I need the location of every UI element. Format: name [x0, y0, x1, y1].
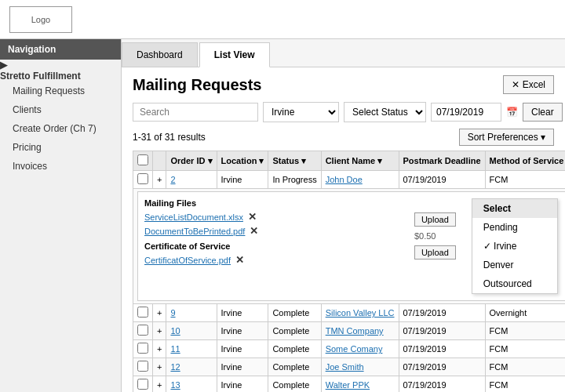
sidebar-header: Navigation — [0, 39, 121, 60]
col-postmark[interactable]: Postmark Deadline — [399, 151, 485, 171]
file-row: DocumentToBePrinted.pdf ✕ — [144, 225, 399, 237]
upload-buttons: Upload $0.50 Upload — [414, 198, 456, 294]
row-checkbox[interactable] — [137, 361, 148, 372]
logo: Logo — [9, 6, 72, 33]
table-body: + 2 Irvine In Progress John Doe 07/19/20… — [133, 171, 566, 393]
file-remove-btn[interactable]: ✕ — [250, 225, 258, 237]
row-method: FCM — [485, 171, 565, 189]
date-input[interactable] — [431, 103, 501, 122]
mailing-files-section: Mailing Files ServiceListDocument.xlsx ✕… — [144, 198, 399, 294]
sidebar-item-create-order[interactable]: Create Order (Ch 7) — [0, 119, 121, 138]
cos-remove-btn[interactable]: ✕ — [235, 254, 244, 266]
sidebar-item-clients[interactable]: Clients — [0, 100, 121, 119]
row-checkbox[interactable] — [137, 307, 148, 318]
row-checkbox[interactable] — [137, 379, 148, 390]
postage-display: $0.50 — [414, 231, 456, 241]
excel-icon: ✕ — [512, 79, 519, 90]
row-expand-btn[interactable]: + — [153, 376, 166, 393]
dropdown-denver-item[interactable]: Denver — [472, 256, 557, 274]
select-all-checkbox[interactable] — [137, 154, 148, 165]
order-link[interactable]: 11 — [170, 344, 180, 354]
row-client: John Doe — [321, 171, 399, 189]
dropdown-pending-item[interactable]: Pending — [472, 218, 557, 237]
client-link[interactable]: Joe Smith — [326, 362, 364, 372]
row-postmark: 07/19/2019 — [399, 171, 485, 189]
col-location[interactable]: Location ▾ — [217, 151, 268, 171]
sidebar-item-pricing[interactable]: Pricing — [0, 138, 121, 157]
upload-mailing-btn[interactable]: Upload — [414, 212, 456, 227]
title-row: Mailing Requests ✕ Excel — [133, 75, 554, 94]
sidebar-item-mailing[interactable]: Mailing Requests — [0, 82, 121, 100]
row-location: Irvine — [217, 171, 268, 189]
client-link[interactable]: Silicon Valley LLC — [326, 308, 395, 318]
client-link[interactable]: TMN Company — [326, 326, 384, 336]
cos-file-link[interactable]: CertificatOfService.pdf — [144, 256, 231, 265]
table-wrapper: Order ID ▾ Location ▾ Status ▾ Client Na… — [133, 151, 554, 392]
expand-icon: ▶ — [0, 60, 121, 71]
calendar-icon: 📅 — [506, 107, 518, 118]
col-method[interactable]: Method of Service — [485, 151, 565, 171]
sort-preferences-button[interactable]: Sort Preferences ▾ — [459, 129, 554, 146]
search-input[interactable] — [133, 103, 258, 122]
order-link[interactable]: 12 — [170, 362, 180, 372]
location-select[interactable]: IrvineDenverOutsourced — [263, 102, 339, 122]
table-row: + 12 Irvine Complete Joe Smith 07/19/201… — [133, 358, 566, 376]
dropdown-select-item[interactable]: Select — [472, 199, 557, 218]
mailing-files-title: Mailing Files — [144, 198, 399, 208]
content-area: Mailing Requests ✕ Excel IrvineDenverOut… — [122, 67, 565, 392]
results-count: 1-31 of 31 results — [133, 132, 206, 143]
file-row: ServiceListDocument.xlsx ✕ — [144, 211, 399, 223]
cos-section: Certificate of Service CertificatOfServi… — [144, 241, 399, 266]
col-client-name[interactable]: Client Name ▾ — [321, 151, 399, 171]
tab-dashboard[interactable]: Dashboard — [122, 42, 198, 67]
client-link[interactable]: Some Comany — [326, 344, 383, 354]
file-link[interactable]: DocumentToBePrinted.pdf — [144, 227, 245, 236]
table-row: + 9 Irvine Complete Silicon Valley LLC 0… — [133, 304, 566, 322]
order-link[interactable]: 10 — [170, 326, 180, 336]
client-link[interactable]: Walter PPK — [326, 380, 370, 390]
location-dropdown: Select Pending Irvine Denver Outsourced — [472, 198, 558, 294]
table-row: + 10 Irvine Complete TMN Company 07/19/2… — [133, 322, 566, 340]
order-link[interactable]: 13 — [170, 380, 180, 390]
status-select[interactable]: Select StatusPendingIn ProgressComplete — [344, 102, 426, 122]
cos-title: Certificate of Service — [144, 241, 399, 251]
cos-file-row: CertificatOfService.pdf ✕ — [144, 254, 399, 266]
expanded-row: Mailing Files ServiceListDocument.xlsx ✕… — [133, 189, 566, 304]
row-expand-btn[interactable]: + — [153, 322, 166, 340]
row-expand-btn[interactable]: + — [153, 340, 166, 358]
tab-list-view[interactable]: List View — [199, 42, 270, 67]
filter-row: IrvineDenverOutsourced Select StatusPend… — [133, 102, 554, 122]
header: Logo — [0, 0, 565, 39]
table-row: + 13 Irvine Complete Walter PPK 07/19/20… — [133, 376, 566, 393]
sidebar-item-fulfillment[interactable]: ▶ Stretto Fulfillment — [0, 60, 121, 82]
dropdown-irvine-item[interactable]: Irvine — [472, 237, 557, 256]
row-checkbox[interactable] — [137, 343, 148, 354]
file-remove-btn[interactable]: ✕ — [248, 211, 257, 223]
location-dropdown-container: Select Pending Irvine Denver Outsourced — [472, 198, 558, 294]
row-expand-btn[interactable]: + — [153, 358, 166, 376]
upload-cos-btn[interactable]: Upload — [414, 245, 456, 260]
row-status: In Progress — [268, 171, 321, 189]
col-checkbox — [133, 151, 153, 171]
table-header: Order ID ▾ Location ▾ Status ▾ Client Na… — [133, 151, 566, 171]
sidebar-item-invoices[interactable]: Invoices — [0, 157, 121, 176]
dropdown-outsourced-item[interactable]: Outsourced — [472, 274, 557, 293]
tabs-bar: Dashboard List View — [122, 39, 565, 67]
expanded-inner: Mailing Files ServiceListDocument.xlsx ✕… — [137, 191, 565, 301]
page-title: Mailing Requests — [133, 76, 261, 94]
col-order-id[interactable]: Order ID ▾ — [166, 151, 217, 171]
row-expand-btn[interactable]: + — [153, 171, 166, 189]
row-checkbox[interactable] — [137, 325, 148, 336]
excel-button[interactable]: ✕ Excel — [503, 75, 554, 94]
row-expand-btn[interactable]: + — [153, 304, 166, 322]
col-expand — [153, 151, 166, 171]
row-checkbox[interactable] — [133, 171, 153, 189]
layout: Navigation ▶ Stretto Fulfillment Mailing… — [0, 39, 565, 392]
col-status[interactable]: Status ▾ — [268, 151, 321, 171]
file-link[interactable]: ServiceListDocument.xlsx — [144, 212, 243, 222]
expanded-cell: Mailing Files ServiceListDocument.xlsx ✕… — [133, 189, 566, 304]
table-row: + 2 Irvine In Progress John Doe 07/19/20… — [133, 171, 566, 189]
table-row: + 11 Irvine Complete Some Comany 07/19/2… — [133, 340, 566, 358]
order-link[interactable]: 9 — [170, 308, 175, 318]
clear-button[interactable]: Clear — [523, 103, 563, 122]
